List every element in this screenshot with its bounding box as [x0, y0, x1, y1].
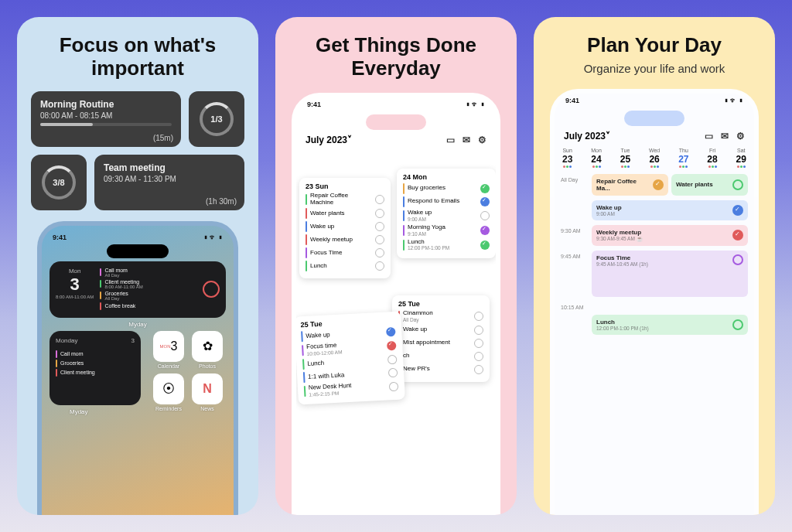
schedule-card[interactable]: Focus Time9:45 AM-10:45 AM (1h): [592, 251, 748, 297]
headline: Focus on what's important: [17, 17, 258, 85]
weekday[interactable]: Sat29: [736, 148, 746, 168]
weekday[interactable]: Wed26: [649, 148, 660, 168]
widget-ring-1: 1/3: [189, 91, 244, 147]
calendar-icon[interactable]: ▭: [446, 135, 455, 145]
schedule-card[interactable]: Water plants: [671, 174, 748, 196]
task-item[interactable]: Respond to Emails: [403, 196, 490, 207]
weekday[interactable]: Sun23: [562, 148, 572, 168]
phone-mock-3: 9:41▮ ᯤ ▮ July 2023˅ ▭ ✉ ⚙ Sun23 Mon24 T…: [550, 89, 759, 515]
task-item[interactable]: Water plants: [306, 208, 384, 219]
task-item[interactable]: Focus Time: [306, 247, 384, 258]
widget-morning-routine: Morning Routine 08:00 AM - 08:15 AM (15m…: [31, 91, 181, 147]
day-sheet: 25 Tue Wake up Focus time10:00-12:00 AM …: [294, 311, 405, 404]
calendar-icon[interactable]: ▭: [705, 131, 713, 142]
app-icon[interactable]: ⦿: [153, 373, 184, 404]
task-item[interactable]: Wake up: [306, 221, 384, 232]
task-item[interactable]: Buy groceries: [403, 183, 490, 194]
widget-row-1: Morning Routine 08:00 AM - 08:15 AM (15m…: [17, 91, 258, 147]
schedule-card[interactable]: Wake up9:00 AM: [592, 200, 748, 220]
subheadline: Organize your life and work: [534, 62, 775, 81]
task-item[interactable]: Weekly meetup: [306, 234, 384, 245]
inbox-icon[interactable]: ✉: [463, 135, 470, 145]
app-icon[interactable]: MON3: [153, 331, 184, 362]
widget-team-meeting: Team meeting 09:30 AM - 11:30 PM (1h 30m…: [94, 155, 244, 210]
notch: [107, 244, 169, 258]
task-item[interactable]: Repair Coffee Machine: [306, 193, 384, 206]
inbox-icon[interactable]: ✉: [721, 131, 729, 142]
task-item[interactable]: Wake up: [398, 325, 483, 336]
settings-icon[interactable]: ⚙: [736, 131, 745, 142]
headline: Get Things Done Everyday: [275, 17, 517, 85]
schedule-card[interactable]: Lunch12:00 PM-1:00 PM (1h): [592, 315, 748, 335]
homescreen-widget-small: Monday 3 Call momGroceriesClient meeting: [50, 331, 141, 405]
settings-icon[interactable]: ⚙: [478, 135, 486, 145]
task-item[interactable]: Focus time10:00-12:00 AM: [302, 339, 397, 356]
week-selector[interactable]: Sun23 Mon24 Tue25 Wed26 Thu27 Fri28 Sat2…: [555, 145, 754, 171]
phone-mock-2: 9:41▮ ᯤ ▮ July 2023˅ ▭ ✉ ⚙ 23 Sun Repair…: [292, 93, 500, 515]
signal-icon: ▮ ᯤ ▮: [204, 234, 223, 241]
app-icon[interactable]: ✿: [192, 331, 223, 362]
weekday[interactable]: Fri28: [707, 148, 717, 168]
promo-card-3: Plan Your Day Organize your life and wor…: [534, 17, 775, 515]
task-item[interactable]: CinammonAll Day: [398, 310, 483, 322]
weekday[interactable]: Tue25: [620, 148, 630, 168]
widget-row-2: 3/8 Team meeting 09:30 AM - 11:30 PM (1h…: [17, 155, 258, 210]
day-sheet: 23 Sun Repair Coffee Machine Water plant…: [299, 178, 391, 279]
homescreen-widget-large: Mon 3 8:00 AM-11:00 AM Call momAll DayCl…: [50, 261, 226, 318]
progress-bar: [40, 123, 172, 126]
task-item[interactable]: ch: [398, 351, 483, 362]
weekday[interactable]: Mon24: [591, 148, 602, 168]
task-item[interactable]: Lunch12:00 PM-1:00 PM: [403, 239, 490, 251]
day-sheet: 25 Tue CinammonAll Day Wake up Mist appo…: [392, 295, 490, 382]
task-item[interactable]: Wake up9:00 AM: [403, 210, 490, 222]
task-item[interactable]: Mist appointment: [398, 338, 483, 349]
task-item[interactable]: New PR's: [398, 364, 483, 375]
task-item[interactable]: New Desk Hunt1:45-2:15 PM: [304, 380, 399, 397]
promo-card-1: Focus on what's important Morning Routin…: [17, 17, 258, 515]
task-item[interactable]: Lunch: [306, 261, 384, 271]
schedule-card[interactable]: Repair Coffee Ma...: [592, 174, 668, 196]
weekday[interactable]: Thu27: [678, 148, 688, 168]
app-icon[interactable]: N: [192, 373, 223, 404]
phone-mock-1: 9:41▮ ᯤ ▮ Mon 3 8:00 AM-11:00 AM Call mo…: [37, 221, 238, 515]
schedule-card[interactable]: Weekly meetup9:30 AM-9:45 AM ☕: [592, 225, 748, 246]
app-header: July 2023˅ ▭ ✉ ⚙: [296, 131, 496, 148]
headline: Plan Your Day: [534, 17, 775, 62]
promo-card-2: Get Things Done Everyday 9:41▮ ᯤ ▮ July …: [275, 17, 517, 515]
task-item[interactable]: Morning Yoga9:10 AM: [403, 224, 490, 237]
widget-ring-2: 3/8: [31, 155, 87, 210]
app-header: July 2023˅ ▭ ✉ ⚙: [555, 128, 754, 145]
schedule: All Day Repair Coffee Ma... Water plants…: [555, 171, 754, 343]
day-sheet: 24 Mon Buy groceries Respond to Emails W…: [397, 169, 496, 258]
task-sheets: 23 Sun Repair Coffee Machine Water plant…: [296, 148, 496, 515]
